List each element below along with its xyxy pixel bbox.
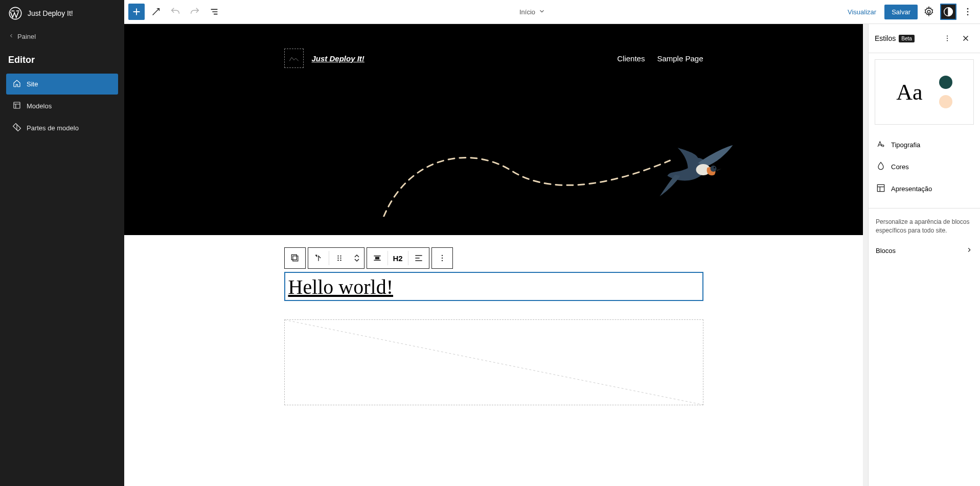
chevron-down-icon bbox=[538, 8, 545, 16]
preview-swatches bbox=[939, 76, 952, 108]
svg-rect-19 bbox=[375, 257, 379, 259]
svg-point-26 bbox=[947, 40, 948, 41]
preview-button[interactable]: Visualizar bbox=[842, 5, 881, 19]
admin-sidebar: Just Deploy It! Painel Editor Site Model… bbox=[0, 0, 124, 486]
option-label: Tipografia bbox=[891, 141, 920, 149]
topbar-right: Visualizar Salvar bbox=[842, 4, 976, 20]
nav-item-templates[interactable]: Modelos bbox=[6, 96, 118, 117]
nav-label: Site bbox=[27, 80, 38, 88]
heading-text[interactable]: Hello world! bbox=[288, 275, 699, 299]
blocks-hint: Personalize a aparência de blocos especí… bbox=[869, 214, 980, 239]
site-name: Just Deploy It! bbox=[28, 9, 73, 17]
topbar-left bbox=[128, 4, 222, 20]
blocks-label: Blocos bbox=[876, 247, 896, 254]
select-parent-button[interactable] bbox=[285, 248, 305, 268]
svg-point-24 bbox=[947, 35, 948, 36]
back-to-dashboard[interactable]: Painel bbox=[0, 27, 124, 47]
chevron-left-icon bbox=[8, 33, 14, 40]
svg-rect-11 bbox=[292, 256, 298, 261]
styles-panel-button[interactable] bbox=[940, 4, 956, 20]
block-toolbar: H2 bbox=[284, 247, 453, 269]
move-up-down[interactable] bbox=[350, 248, 364, 268]
svg-point-17 bbox=[337, 260, 338, 261]
home-icon bbox=[12, 79, 21, 89]
swatch-light bbox=[939, 95, 952, 108]
svg-point-22 bbox=[442, 260, 443, 261]
add-block-button[interactable] bbox=[128, 4, 145, 20]
svg-line-23 bbox=[285, 320, 703, 405]
save-button[interactable]: Salvar bbox=[884, 5, 918, 19]
nav-label: Modelos bbox=[27, 102, 52, 110]
hero-section[interactable]: Just Deploy It! Clientes Sample Page bbox=[124, 24, 863, 235]
svg-point-5 bbox=[967, 8, 969, 10]
heading-block[interactable]: Hello world! bbox=[284, 272, 703, 301]
option-label: Apresentação bbox=[891, 185, 932, 193]
colors-icon bbox=[876, 161, 886, 173]
settings-button[interactable] bbox=[921, 4, 937, 20]
divider bbox=[869, 208, 980, 209]
site-header[interactable]: Just Deploy It! bbox=[0, 0, 124, 27]
redo-button[interactable] bbox=[187, 4, 203, 20]
block-type-button[interactable] bbox=[308, 248, 329, 268]
tools-toggle-button[interactable] bbox=[148, 4, 164, 20]
chevron-right-icon bbox=[966, 246, 973, 255]
nav-link[interactable]: Clientes bbox=[617, 54, 645, 63]
post-content-area: H2 Hello world! bbox=[284, 235, 703, 430]
site-logo-placeholder[interactable] bbox=[284, 49, 304, 68]
typography-icon bbox=[876, 139, 886, 151]
svg-point-15 bbox=[337, 258, 338, 259]
site-header-block[interactable]: Just Deploy It! Clientes Sample Page bbox=[284, 49, 703, 68]
undo-button[interactable] bbox=[167, 4, 184, 20]
nav-link[interactable]: Sample Page bbox=[657, 54, 703, 63]
colors-option[interactable]: Cores bbox=[869, 156, 980, 178]
svg-point-6 bbox=[967, 11, 969, 13]
editor-topbar: Início Visualizar Salvar bbox=[124, 0, 980, 24]
template-name: Início bbox=[519, 8, 535, 16]
close-panel-button[interactable] bbox=[958, 30, 974, 47]
nav-item-site[interactable]: Site bbox=[6, 74, 118, 95]
scrollbar[interactable] bbox=[863, 24, 868, 486]
align-button[interactable] bbox=[367, 248, 388, 268]
preview-typography-sample: Aa bbox=[896, 79, 922, 105]
layout-option[interactable]: Apresentação bbox=[869, 178, 980, 200]
layout-icon bbox=[876, 183, 886, 195]
primary-nav[interactable]: Clientes Sample Page bbox=[617, 54, 703, 63]
template-switcher[interactable]: Início bbox=[519, 8, 545, 16]
panel-title: Estilos bbox=[875, 34, 896, 42]
block-options-button[interactable] bbox=[432, 248, 452, 268]
svg-point-3 bbox=[927, 10, 930, 13]
template-parts-icon bbox=[12, 123, 21, 133]
editor-canvas[interactable]: Just Deploy It! Clientes Sample Page bbox=[124, 24, 863, 486]
svg-point-16 bbox=[340, 258, 341, 259]
hero-illustration bbox=[313, 140, 802, 219]
more-options-button[interactable] bbox=[960, 4, 976, 20]
site-title[interactable]: Just Deploy It! bbox=[312, 54, 364, 63]
panel-header: Estilos Beta bbox=[869, 24, 980, 53]
svg-point-9 bbox=[711, 166, 717, 172]
svg-point-10 bbox=[714, 167, 715, 169]
svg-rect-27 bbox=[877, 184, 884, 191]
wordpress-logo-icon bbox=[8, 6, 22, 20]
drag-handle[interactable] bbox=[329, 248, 350, 268]
svg-point-13 bbox=[337, 256, 338, 257]
typography-option[interactable]: Tipografia bbox=[869, 134, 980, 156]
heading-level-button[interactable]: H2 bbox=[388, 248, 408, 268]
svg-rect-12 bbox=[291, 254, 297, 260]
svg-point-18 bbox=[340, 260, 341, 261]
style-preview-card[interactable]: Aa bbox=[875, 59, 974, 125]
section-title: Editor bbox=[0, 47, 124, 74]
svg-point-25 bbox=[947, 38, 948, 39]
panel-options-button[interactable] bbox=[939, 30, 955, 47]
nav-item-template-parts[interactable]: Partes de modelo bbox=[6, 118, 118, 138]
list-view-button[interactable] bbox=[206, 4, 222, 20]
editor-nav: Site Modelos Partes de modelo bbox=[0, 74, 124, 140]
beta-badge: Beta bbox=[899, 35, 915, 42]
featured-image-placeholder[interactable] bbox=[284, 319, 703, 405]
style-options-list: Tipografia Cores Apresentação bbox=[869, 131, 980, 203]
svg-rect-1 bbox=[14, 102, 20, 108]
svg-point-7 bbox=[967, 14, 969, 16]
content-wrap: Just Deploy It! Clientes Sample Page bbox=[124, 24, 980, 486]
blocks-option[interactable]: Blocos bbox=[869, 239, 980, 262]
text-align-button[interactable] bbox=[408, 248, 429, 268]
main-area: Início Visualizar Salvar bbox=[124, 0, 980, 486]
